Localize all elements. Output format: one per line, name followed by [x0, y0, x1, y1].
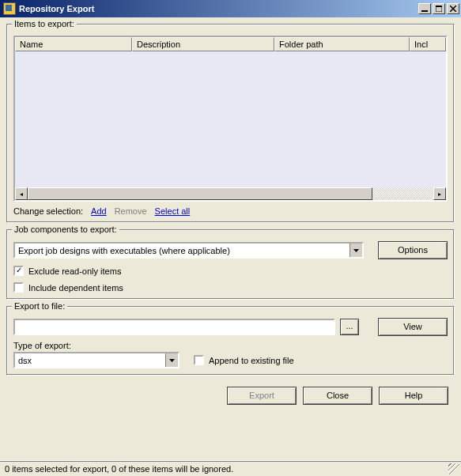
- type-combo[interactable]: dsx: [13, 352, 179, 368]
- chevron-down-icon[interactable]: [165, 353, 178, 367]
- append-label: Append to existing file: [209, 356, 294, 365]
- svg-marker-5: [353, 249, 359, 252]
- statusbar: 0 items selected for export, 0 of these …: [0, 460, 461, 476]
- items-groupbox: Items to export: Name Description Folder…: [6, 24, 455, 223]
- minimize-button[interactable]: [418, 3, 431, 14]
- browse-button[interactable]: ...: [340, 319, 359, 335]
- include-dependent-checkbox[interactable]: [13, 282, 24, 293]
- svg-rect-2: [436, 6, 442, 7]
- col-folder-path[interactable]: Folder path: [274, 37, 410, 51]
- select-all-link[interactable]: Select all: [155, 206, 191, 216]
- remove-link: Remove: [115, 206, 147, 216]
- col-description[interactable]: Description: [132, 37, 274, 51]
- include-dependent-label: Include dependent items: [28, 283, 123, 293]
- export-button[interactable]: Export: [227, 387, 297, 405]
- options-button[interactable]: Options: [378, 241, 448, 259]
- close-icon: [450, 6, 456, 12]
- append-checkbox[interactable]: [194, 355, 204, 365]
- job-groupbox: Job components to export: Export job des…: [6, 229, 455, 300]
- titlebar: Repository Export: [0, 0, 461, 17]
- maximize-icon: [436, 6, 442, 12]
- col-name[interactable]: Name: [15, 37, 132, 51]
- svg-rect-0: [421, 10, 428, 12]
- resize-grip-icon[interactable]: [448, 463, 459, 474]
- items-legend: Items to export:: [12, 19, 77, 28]
- close-dialog-button[interactable]: Close: [303, 387, 372, 405]
- maximize-button[interactable]: [433, 3, 445, 14]
- table-header: Name Description Folder path Incl: [15, 37, 446, 51]
- app-icon: [3, 2, 16, 15]
- exclude-readonly-label: Exclude read-only items: [28, 266, 121, 276]
- type-combo-value: dsx: [15, 353, 165, 367]
- export-legend: Export to file:: [12, 301, 67, 311]
- chevron-down-icon[interactable]: [350, 244, 362, 257]
- job-components-combo[interactable]: Export job designs with executables (whe…: [13, 242, 364, 259]
- minimize-icon: [421, 6, 428, 12]
- check-icon: ✓: [16, 266, 22, 274]
- window-title: Repository Export: [19, 4, 418, 13]
- change-selection-label: Change selection:: [13, 206, 83, 216]
- job-combo-value: Export job designs with executables (whe…: [15, 244, 350, 257]
- add-link[interactable]: Add: [91, 206, 107, 216]
- scroll-left-arrow[interactable]: ◂: [15, 187, 28, 200]
- hscrollbar[interactable]: ◂ ▸: [15, 187, 446, 200]
- svg-marker-6: [169, 359, 175, 362]
- table-body: [15, 51, 446, 187]
- scroll-thumb[interactable]: [28, 187, 372, 200]
- export-groupbox: Export to file: ... View Type of export:…: [6, 306, 455, 376]
- items-table[interactable]: Name Description Folder path Incl ◂ ▸: [13, 36, 448, 202]
- type-label: Type of export:: [13, 341, 448, 350]
- job-legend: Job components to export:: [12, 225, 119, 234]
- scroll-right-arrow[interactable]: ▸: [433, 187, 446, 200]
- exclude-readonly-checkbox[interactable]: ✓: [13, 266, 24, 276]
- status-text: 0 items selected for export, 0 of these …: [5, 464, 233, 474]
- view-button[interactable]: View: [378, 318, 448, 336]
- close-button[interactable]: [447, 3, 459, 14]
- export-path-input[interactable]: [13, 319, 335, 335]
- help-button[interactable]: Help: [379, 387, 448, 405]
- col-include[interactable]: Incl: [410, 37, 446, 51]
